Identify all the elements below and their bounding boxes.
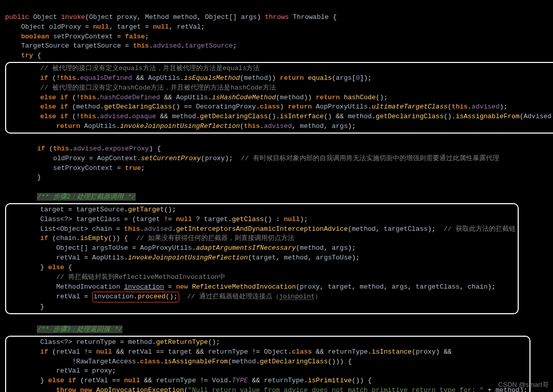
box-2: target = targetSource.getTarget(); Class… <box>5 203 519 314</box>
box-3: Class<?> returnType = method.getReturnTy… <box>5 336 530 392</box>
watermark: CSDN @smart哥 <box>498 380 549 390</box>
highlight-proceed: invocation.proceed(); <box>92 292 179 302</box>
code-block: public Object invoke(Object proxy, Metho… <box>0 0 553 392</box>
box-1: // 被代理的接口没有定义equals方法，并且被代理的方法是equals方法 … <box>5 62 553 134</box>
